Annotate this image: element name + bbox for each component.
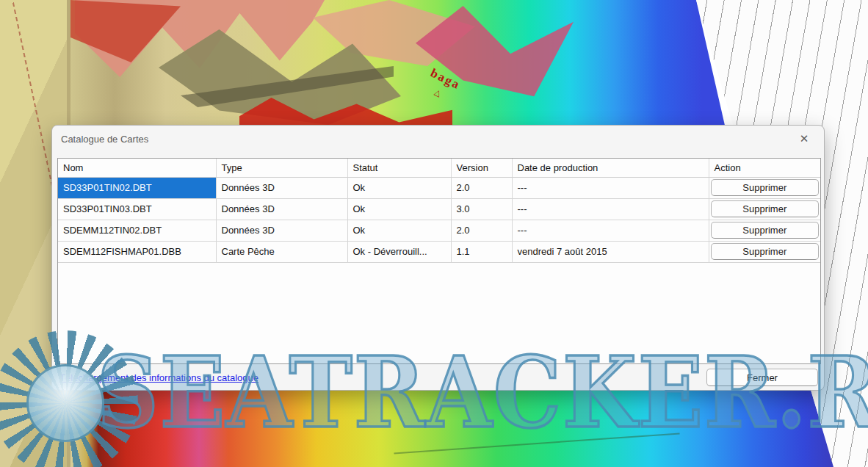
supprimer-button[interactable]: Supprimer xyxy=(711,179,820,196)
cell-action: Supprimer xyxy=(709,241,820,262)
cell-statut[interactable]: Ok - Déverrouill... xyxy=(347,241,451,262)
catalogue-dialog: Catalogue de Cartes ✕ NomTypeStatutVersi… xyxy=(51,125,825,391)
cell-version[interactable]: 1.1 xyxy=(451,241,512,262)
supprimer-button[interactable]: Supprimer xyxy=(711,200,820,217)
cell-date[interactable]: vendredi 7 août 2015 xyxy=(512,241,709,262)
column-header[interactable]: Type xyxy=(216,159,347,177)
cell-date[interactable]: --- xyxy=(512,177,709,198)
cell-nom[interactable]: SDEM112FISHMAP01.DBB xyxy=(58,241,216,262)
table-row[interactable]: SDEM112FISHMAP01.DBB Carte Pêche Ok - Dé… xyxy=(58,241,820,262)
cell-action: Supprimer xyxy=(709,177,820,198)
cell-nom[interactable]: SD33P01TIN02.DBT xyxy=(58,177,216,198)
fermer-button[interactable]: Fermer xyxy=(706,369,818,386)
supprimer-button[interactable]: Supprimer xyxy=(711,222,820,239)
table-row[interactable]: SDEMM112TIN02.DBT Données 3D Ok 2.0 --- … xyxy=(58,220,820,241)
column-header[interactable]: Date de production xyxy=(512,159,709,177)
cell-version[interactable]: 3.0 xyxy=(451,198,512,220)
catalogue-table-container: NomTypeStatutVersionDate de productionAc… xyxy=(57,158,821,364)
map-marker-icon: △ xyxy=(433,87,443,98)
cell-statut[interactable]: Ok xyxy=(347,198,451,220)
cell-date[interactable]: --- xyxy=(512,198,709,220)
cell-type[interactable]: Données 3D xyxy=(216,220,347,241)
terrain-top-strip: baga △ xyxy=(70,0,731,128)
table-header-row: NomTypeStatutVersionDate de productionAc… xyxy=(58,159,820,177)
column-header[interactable]: Statut xyxy=(347,159,451,177)
catalogue-table: NomTypeStatutVersionDate de productionAc… xyxy=(58,159,820,263)
cell-nom[interactable]: SD33P01TIN03.DBT xyxy=(58,198,216,220)
terrain-bottom-strip xyxy=(70,388,838,467)
terrain-ridge-red xyxy=(70,0,181,62)
dialog-title: Catalogue de Cartes xyxy=(61,134,148,145)
close-icon: ✕ xyxy=(800,132,809,145)
catalogue-download-link[interactable]: Téléchargement des informations du catal… xyxy=(59,372,258,383)
dialog-close-button[interactable]: ✕ xyxy=(795,130,814,148)
cell-date[interactable]: --- xyxy=(512,220,709,241)
cell-version[interactable]: 2.0 xyxy=(451,177,512,198)
cell-action: Supprimer xyxy=(709,198,820,220)
cell-statut[interactable]: Ok xyxy=(347,177,451,198)
table-row[interactable]: SD33P01TIN02.DBT Données 3D Ok 2.0 --- S… xyxy=(58,177,820,198)
terrain-track-line xyxy=(394,432,679,454)
cell-type[interactable]: Données 3D xyxy=(216,177,347,198)
screen: baga △ Catalogue de Cartes ✕ NomTypeStat… xyxy=(0,0,868,467)
cell-version[interactable]: 2.0 xyxy=(451,220,512,241)
cell-statut[interactable]: Ok xyxy=(347,220,451,241)
column-header[interactable]: Version xyxy=(451,159,512,177)
column-header[interactable]: Action xyxy=(709,159,820,177)
cell-nom[interactable]: SDEMM112TIN02.DBT xyxy=(58,220,216,241)
cell-action: Supprimer xyxy=(709,220,820,241)
cell-type[interactable]: Données 3D xyxy=(216,198,347,220)
supprimer-button[interactable]: Supprimer xyxy=(711,243,820,260)
cell-type[interactable]: Carte Pêche xyxy=(216,241,347,262)
column-header[interactable]: Nom xyxy=(58,159,216,177)
table-row[interactable]: SD33P01TIN03.DBT Données 3D Ok 3.0 --- S… xyxy=(58,198,820,220)
